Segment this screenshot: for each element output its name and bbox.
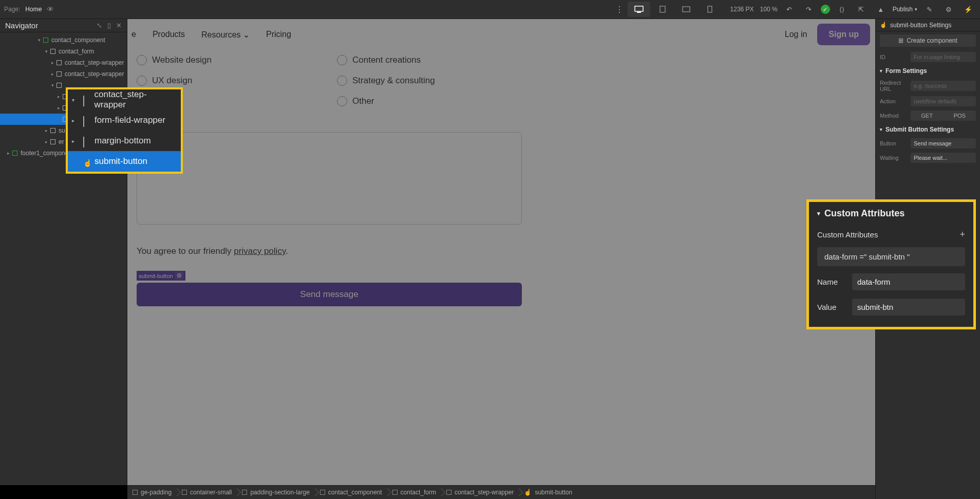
- breadcrumb-item[interactable]: padding-section-large: [237, 486, 314, 499]
- code-icon[interactable]: ⟨⟩: [834, 2, 850, 17]
- desktop-device-button[interactable]: [628, 2, 650, 17]
- close-navigator-icon[interactable]: ✕: [116, 22, 122, 29]
- custom-attr-sub: Custom Attributes: [817, 230, 878, 239]
- waiting-input[interactable]: Please wait...: [911, 153, 976, 163]
- id-input[interactable]: For in-page linking: [911, 52, 976, 62]
- chevron-down-icon: ⌄: [243, 30, 250, 39]
- svg-rect-1: [637, 12, 641, 13]
- attr-value-label: Value: [817, 303, 846, 311]
- id-label: ID: [880, 54, 907, 60]
- tree-item[interactable]: ▸contact_step-wrapper: [0, 57, 127, 68]
- selection-label[interactable]: submit-button⚙: [137, 271, 185, 281]
- nav-link-products[interactable]: Products: [153, 30, 185, 39]
- tablet-landscape-button[interactable]: [675, 2, 698, 17]
- redirect-input[interactable]: e.g. /success: [911, 81, 976, 91]
- breadcrumb-item[interactable]: ☝submit-button: [519, 486, 577, 499]
- page-name[interactable]: Home: [25, 6, 42, 13]
- zoom-tree-item[interactable]: ▸margin-bottom: [68, 131, 181, 151]
- svg-rect-0: [635, 6, 643, 11]
- zoom-tree-item[interactable]: ▾contact_step-wrapper: [68, 89, 181, 110]
- method-post-button[interactable]: POS: [944, 110, 976, 121]
- add-attribute-icon[interactable]: +: [959, 229, 965, 240]
- attr-value-input[interactable]: submit-btn: [852, 299, 965, 316]
- settings-gear-icon[interactable]: ⚙: [941, 2, 956, 17]
- brush-icon[interactable]: ✎: [921, 2, 937, 17]
- preview-icon[interactable]: 👁: [47, 5, 54, 13]
- breadcrumb-item[interactable]: container-small: [177, 486, 237, 499]
- signup-button[interactable]: Sign up: [817, 24, 870, 45]
- tablet-device-button[interactable]: [651, 2, 674, 17]
- tree-item[interactable]: ▾contact_form: [0, 46, 127, 57]
- breadcrumb-item[interactable]: contact_form: [387, 486, 441, 499]
- pin-icon[interactable]: ▯: [107, 22, 111, 29]
- svg-rect-4: [708, 6, 712, 12]
- create-component-button[interactable]: ⊞Create component: [880, 34, 976, 47]
- menu-dots-icon[interactable]: ⋮: [615, 5, 624, 14]
- form-settings-section[interactable]: ▾Form Settings: [876, 64, 980, 78]
- nav-link-resources[interactable]: Resources ⌄: [201, 30, 250, 40]
- publish-button[interactable]: Publish▾: [893, 6, 917, 13]
- radio-option[interactable]: Other: [337, 96, 435, 106]
- message-textarea[interactable]: age...: [137, 132, 522, 225]
- zoom-tree-item[interactable]: ▸form-field-wrapper: [68, 110, 181, 131]
- plus-square-icon: ⊞: [898, 37, 903, 44]
- redo-icon[interactable]: ↷: [801, 2, 817, 17]
- nav-link-pricing[interactable]: Pricing: [266, 30, 291, 39]
- attribute-chip[interactable]: data-form =" submit-btn ": [817, 247, 965, 266]
- method-label: Method: [880, 113, 907, 119]
- top-toolbar: Page: Home 👁 ⋮ 1236 PX 100 % ↶ ↷ ✓ ⟨⟩ ⇱ …: [0, 0, 980, 19]
- tree-item[interactable]: ▸contact_step-wrapper: [0, 68, 127, 80]
- action-input[interactable]: (webflow default): [911, 96, 976, 106]
- svg-rect-3: [683, 7, 690, 12]
- status-ok-icon[interactable]: ✓: [821, 5, 830, 14]
- login-link[interactable]: Log in: [785, 30, 807, 39]
- submit-button[interactable]: Send message: [137, 283, 522, 306]
- export-icon[interactable]: ⇱: [854, 2, 869, 17]
- mobile-device-button[interactable]: [699, 2, 721, 17]
- radio-option[interactable]: Website design: [137, 55, 322, 65]
- breadcrumb-item[interactable]: contact_step-wrapper: [441, 486, 519, 499]
- navigator-title: Navigator: [5, 21, 38, 30]
- svg-rect-2: [660, 6, 665, 12]
- site-nav: e Products Resources ⌄ Pricing Log in Si…: [131, 19, 875, 50]
- privacy-text: You agree to our friendly privacy policy…: [137, 246, 870, 256]
- settings-title: submit-button Settings: [890, 22, 951, 29]
- radio-option[interactable]: UX design: [137, 76, 322, 86]
- redirect-label: Redirect URL: [880, 80, 907, 92]
- breadcrumb-bar: ge-paddingcontainer-smallpadding-section…: [127, 485, 875, 499]
- button-text-label: Button: [880, 140, 907, 146]
- action-label: Action: [880, 98, 907, 104]
- share-icon[interactable]: ▲: [873, 2, 889, 17]
- navigator-zoom-popup: ▾contact_step-wrapper▸form-field-wrapper…: [66, 87, 183, 174]
- design-canvas: e Products Resources ⌄ Pricing Log in Si…: [127, 19, 875, 485]
- hand-icon: ☝: [880, 22, 887, 28]
- submit-settings-section[interactable]: ▾Submit Button Settings: [876, 123, 980, 136]
- selection-gear-icon[interactable]: ⚙: [175, 272, 183, 280]
- canvas-zoom[interactable]: 100 %: [760, 6, 778, 13]
- radio-option[interactable]: Strategy & consulting: [337, 76, 435, 86]
- undo-icon[interactable]: ↶: [782, 2, 797, 17]
- attr-name-input[interactable]: data-form: [852, 273, 965, 290]
- attr-name-label: Name: [817, 278, 846, 286]
- custom-attributes-panel: ▾Custom Attributes Custom Attributes+ da…: [806, 199, 976, 329]
- waiting-label: Waiting: [880, 155, 907, 161]
- custom-attr-header[interactable]: ▾Custom Attributes: [809, 202, 973, 225]
- method-get-button[interactable]: GET: [911, 110, 944, 121]
- breadcrumb-item[interactable]: contact_component: [315, 486, 387, 499]
- page-label: Page:: [4, 6, 20, 13]
- radio-option[interactable]: Content creations: [337, 55, 435, 65]
- tree-item[interactable]: ▾contact_component: [0, 34, 127, 46]
- breadcrumb-item[interactable]: ge-padding: [127, 486, 177, 499]
- privacy-link[interactable]: privacy policy: [234, 246, 286, 256]
- button-text-input[interactable]: Send message: [911, 138, 976, 149]
- collapse-icon[interactable]: ⤡: [97, 22, 102, 29]
- nav-link-home[interactable]: e: [131, 30, 136, 39]
- zoom-tree-item[interactable]: ☝submit-button: [68, 151, 181, 172]
- interactions-icon[interactable]: ⚡: [960, 2, 976, 17]
- canvas-dimensions[interactable]: 1236 PX: [730, 6, 754, 13]
